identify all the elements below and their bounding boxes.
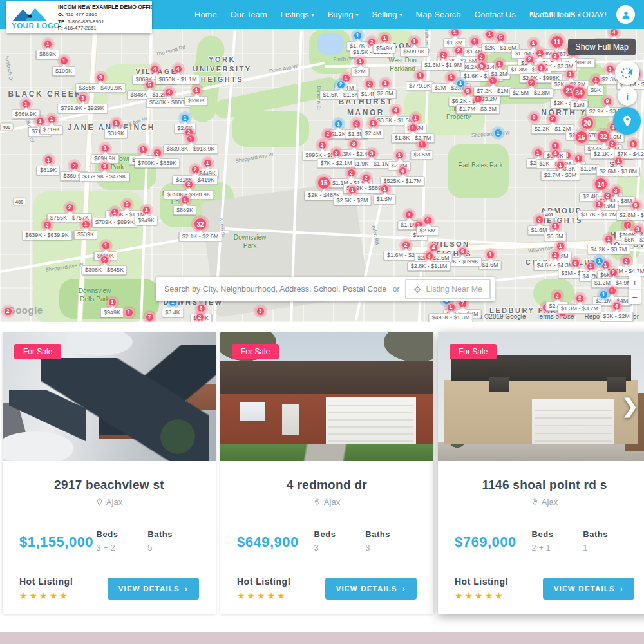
zoom-in-button[interactable]: + [629,276,641,290]
marker-price-label[interactable]: $3.4K [162,308,184,317]
listing-title[interactable]: 2917 beachview st [18,478,200,492]
marker-price-label[interactable]: $850K - $1.1M [155,75,200,84]
marker-price-label[interactable]: $669.9K [12,109,40,119]
listing-map-marker[interactable]: 1 [456,79,466,88]
marker-price-label[interactable]: $2.5K - $2M [333,196,371,205]
marker-price-label[interactable]: $949K [100,308,124,317]
marker-price-label[interactable]: $1.8K - $2.7M [392,133,435,143]
view-details-button[interactable]: VIEW DETAILS› [325,578,417,600]
listing-map-marker[interactable]: 1 [124,308,134,317]
marker-price-label[interactable]: $359.9K - $479K [79,172,129,182]
listing-card[interactable]: For Sale4 redmond drAjax$649,900Beds3Bat… [220,332,433,614]
marker-price-label[interactable]: $1.6M - $1.9M [421,61,465,70]
listing-map-marker[interactable]: 1 [493,128,503,138]
marker-price-label[interactable]: $639K - $639.9K [22,231,72,240]
listing-map-marker[interactable]: 15 [574,130,589,144]
marker-price-label[interactable]: $3K - $2M [600,312,633,321]
marker-price-label[interactable]: $3.7K - $1.2M [578,210,621,220]
call-us-button[interactable]: CALL US TODAY! [530,0,607,29]
nav-item-selling[interactable]: Selling▾ [372,10,402,19]
marker-price-label[interactable]: $2M [351,67,369,77]
logo-card[interactable]: YOUR LOGO INCOM NEW EXAMPLE DEMO OFFICE … [6,1,152,33]
map-info-button[interactable]: i [618,86,637,106]
nav-item-contact-us[interactable]: Contact Us [475,10,516,19]
account-button[interactable] [616,5,635,24]
marker-price-label[interactable]: $6K - $1M [621,235,644,245]
locate-pin-button[interactable] [613,107,641,135]
zoom-out-button[interactable]: − [629,290,641,304]
marker-price-label[interactable]: $839.8K - $918.9K [163,144,218,154]
marker-price-label[interactable]: $3.5M [410,150,433,160]
marker-price-label[interactable]: $949K [135,216,158,225]
marker-price-label[interactable]: $2.8M - $5M [616,211,644,220]
marker-price-label[interactable]: $889K [173,205,196,215]
view-details-button[interactable]: VIEW DETAILS› [543,578,634,600]
listing-map-marker[interactable]: 1 [594,256,604,266]
marker-price-label[interactable]: $779.9K [406,81,434,91]
listing-map-marker[interactable]: 1 [599,290,609,299]
for-sale-badge[interactable]: For Sale [450,344,497,359]
for-sale-badge[interactable]: For Sale [232,344,279,359]
marker-price-label[interactable]: $2.6M - $3.8M [596,167,640,176]
marker-price-label[interactable]: $1.3M - $3.7M [558,304,601,314]
listing-near-me-button[interactable]: Listing Near Me [405,279,491,299]
show-full-map-button[interactable]: Show Full Map [568,39,636,55]
nav-item-listings[interactable]: Listings▾ [281,10,314,19]
listing-map-marker[interactable]: 2 [3,307,13,316]
marker-price-label[interactable]: $308K - $545K [82,265,127,275]
listing-card[interactable]: For Sale1146 shoal point rd sAjax$769,00… [438,332,644,614]
marker-price-label[interactable]: $318K - $419K [173,175,218,185]
for-sale-badge[interactable]: For Sale [14,344,61,359]
marker-price-label[interactable]: $1.5M [373,194,395,204]
marker-price-label[interactable]: $2.1K - $2.6M [179,232,222,242]
carousel-next-arrow[interactable]: ❯ [622,397,638,416]
marker-price-label[interactable]: $109K [52,66,75,76]
listing-map-marker[interactable]: 3 [256,307,265,316]
listing-map-marker[interactable]: 1 [485,30,495,39]
marker-price-label[interactable]: $2.4M [361,129,384,138]
marker-price-label[interactable]: $355K - $499.9K [75,83,126,93]
marker-price-label[interactable]: $6K [587,86,604,95]
marker-price-label[interactable]: $495K - $1.3M [428,313,473,323]
marker-price-label[interactable]: $799.9K - $929K [57,104,108,113]
nav-item-buying[interactable]: Buying▾ [328,10,359,19]
listing-title[interactable]: 4 redmond dr [236,478,418,492]
listing-card[interactable]: For Sale2917 beachview stAjax$1,155,000B… [3,332,216,614]
view-details-button[interactable]: VIEW DETAILS› [108,578,199,600]
marker-price-label[interactable]: $7K - $2.1M [317,158,355,168]
listing-map-marker[interactable]: 8 [529,113,539,122]
marker-price-label[interactable]: $789K - $899K [92,218,137,227]
marker-price-label[interactable]: $599.9K [400,47,428,57]
search-input[interactable] [164,285,387,294]
marker-price-label[interactable]: $2.5M [416,226,439,236]
nav-item-home[interactable]: Home [194,10,217,19]
marker-price-label[interactable]: $2.6M [374,89,396,99]
marker-price-label[interactable]: $319K [104,129,128,138]
marker-price-label[interactable]: $7.2K - $1M [473,86,511,96]
draw-search-button[interactable] [615,61,639,85]
marker-price-label[interactable]: $549K [373,44,396,53]
marker-price-label[interactable]: $2M [570,100,588,110]
marker-price-label[interactable]: $1.6M [478,260,501,270]
listing-title[interactable]: 1146 shoal point rd s [453,478,636,492]
marker-price-label[interactable]: $1.5K - $1.8K [319,90,361,100]
marker-price-label[interactable]: $869K [36,50,59,59]
marker-price-label[interactable]: $2.7M - $3M [541,171,580,180]
marker-price-label[interactable]: $2.8K - $1.1M [408,261,451,271]
marker-price-label[interactable]: $4.2K - $3.7M [587,245,630,254]
marker-price-label[interactable]: $700K - $839K [135,158,180,168]
marker-price-label[interactable]: $819K [37,166,60,175]
marker-price-label[interactable]: $719K [40,125,63,135]
listing-map-marker[interactable]: 7 [145,312,155,322]
marker-price-label[interactable]: $1.9K - $1.1M [350,159,393,169]
marker-price-label[interactable]: $1.7M - $3.3M [456,104,500,114]
marker-price-label[interactable]: $539K [74,230,97,240]
listing-map-marker[interactable]: 2 [323,129,333,139]
nav-item-our-team[interactable]: Our Team [231,10,267,19]
marker-price-label[interactable]: $5.5M [544,232,566,242]
marker-price-label[interactable]: $1.3M [443,38,466,48]
marker-price-label[interactable]: $2.5M - $2.8M [509,88,553,98]
map-canvas[interactable]: BLACK CREEKVILLAGEYORK UNIVERSITY HEIGHT… [0,29,644,322]
nav-item-map-search[interactable]: Map Search [415,10,460,19]
marker-price-label[interactable]: $590K [185,96,208,106]
